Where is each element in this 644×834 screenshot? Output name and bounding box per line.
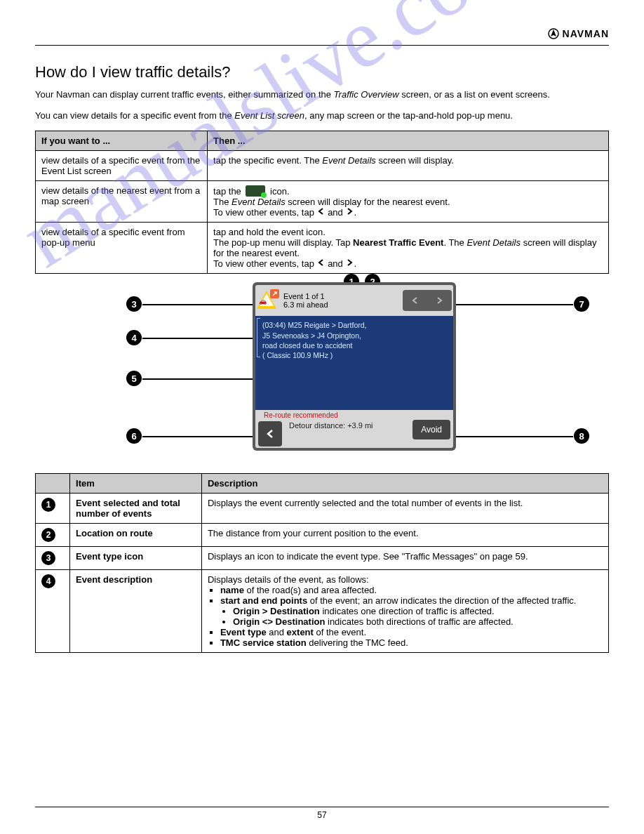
page-container: NAVMAN manualslive.com How do I view tra… bbox=[0, 0, 644, 834]
event-distance-text: 6.3 mi ahead bbox=[283, 300, 400, 310]
actions-table: If you want to ... Then ... view details… bbox=[35, 131, 609, 274]
avoid-button[interactable]: Avoid bbox=[412, 420, 450, 439]
items-table: Item Description 1 Event selected and to… bbox=[35, 473, 609, 653]
detour-distance-text: Detour distance: +3.9 mi bbox=[289, 421, 373, 430]
col-head-then: Then ... bbox=[208, 131, 609, 151]
section-title: How do I view traffic details? bbox=[35, 63, 609, 81]
callout-8: 8 bbox=[574, 428, 589, 444]
col-head-if: If you want to ... bbox=[36, 131, 208, 151]
next-icon bbox=[345, 207, 354, 216]
prev-icon bbox=[317, 207, 326, 216]
num-badge-2: 2 bbox=[41, 528, 55, 542]
detour-badge-icon bbox=[270, 289, 279, 298]
callout-4: 4 bbox=[126, 330, 142, 345]
num-badge-4: 4 bbox=[41, 574, 55, 588]
brand-text: NAVMAN bbox=[563, 28, 609, 39]
nav-arrows[interactable] bbox=[403, 290, 452, 311]
device-bottom-bar: Re-route recommended Detour distance: +3… bbox=[255, 410, 453, 448]
col-head-item: Item bbox=[70, 474, 202, 494]
table-row: 4 Event description Displays details of … bbox=[36, 570, 609, 653]
col-head-num bbox=[36, 474, 70, 494]
callout-5: 5 bbox=[126, 371, 142, 386]
navman-icon bbox=[548, 28, 559, 39]
back-button[interactable] bbox=[258, 421, 282, 446]
table-header-row: If you want to ... Then ... bbox=[36, 131, 609, 151]
table-header-row: Item Description bbox=[36, 474, 609, 494]
prev-event-button[interactable] bbox=[403, 291, 427, 310]
page-header: NAVMAN bbox=[35, 28, 609, 46]
callout-3: 3 bbox=[126, 296, 142, 312]
event-description-panel: (03:44) M25 Reigate > Dartford, J5 Seven… bbox=[255, 316, 453, 410]
callout-6: 6 bbox=[126, 428, 142, 444]
num-badge-3: 3 bbox=[41, 551, 55, 565]
device-top-bar: 🚗 Event 1 of 1 6.3 mi ahead bbox=[255, 285, 453, 316]
event-count-text: Event 1 of 1 bbox=[283, 292, 400, 301]
next-event-button[interactable] bbox=[427, 291, 451, 310]
prev-icon bbox=[317, 258, 326, 267]
intro-paragraph-1: Your Navman can display current traffic … bbox=[35, 88, 609, 101]
col-head-desc: Description bbox=[201, 474, 608, 494]
callout-7: 7 bbox=[574, 296, 589, 312]
table-row: 3 Event type icon Displays an icon to in… bbox=[36, 547, 609, 570]
brand-logo: NAVMAN bbox=[548, 28, 609, 39]
table-row: 2 Location on route The distance from yo… bbox=[36, 524, 609, 547]
device-screenshot: 🚗 Event 1 of 1 6.3 mi ahead bbox=[253, 282, 456, 451]
page-footer: 57 bbox=[35, 807, 609, 820]
intro-paragraph-2: You can view details for a specific even… bbox=[35, 110, 609, 122]
table-row: view details of the nearest event from a… bbox=[36, 181, 609, 223]
table-row: view details of a specific event from th… bbox=[36, 151, 609, 181]
tmc-status-icon bbox=[246, 185, 265, 197]
event-details-diagram: 3 4 5 6 1 2 7 8 bbox=[35, 282, 609, 465]
table-row: 1 Event selected and total number of eve… bbox=[36, 494, 609, 524]
event-type-icon: 🚗 bbox=[257, 291, 278, 310]
page-number: 57 bbox=[317, 810, 326, 820]
num-badge-1: 1 bbox=[41, 498, 55, 512]
next-icon bbox=[345, 258, 354, 267]
table-row: view details of a specific event from po… bbox=[36, 223, 609, 274]
reroute-text: Re-route recommended bbox=[264, 411, 338, 419]
